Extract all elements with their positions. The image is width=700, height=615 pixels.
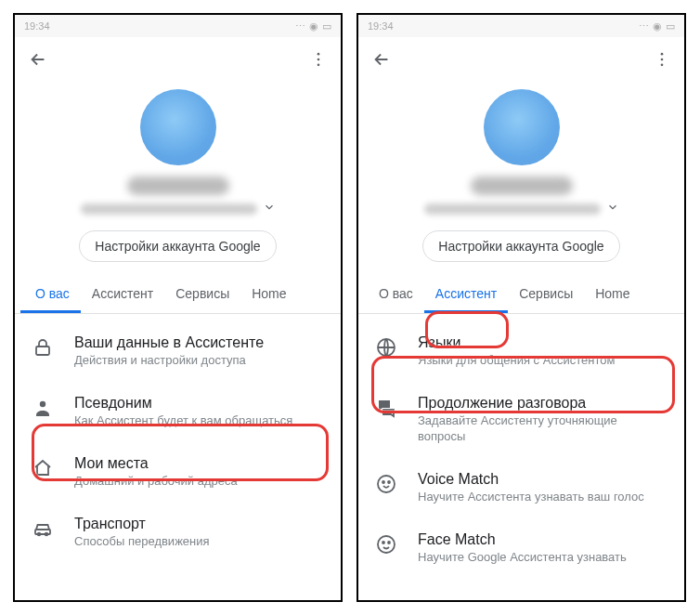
app-bar xyxy=(358,37,684,82)
tab-services[interactable]: Сервисы xyxy=(508,275,584,313)
item-transport[interactable]: Транспорт Способы передвижения xyxy=(15,503,341,563)
item-subtitle: Научите Ассистента узнавать ваш голос xyxy=(418,490,644,505)
item-title: Языки xyxy=(418,334,615,351)
profile-email-row[interactable] xyxy=(424,201,619,217)
status-icons: ⋯ ◉ ▭ xyxy=(639,20,675,33)
svg-point-2 xyxy=(318,64,320,67)
item-title: Мои места xyxy=(74,455,238,472)
back-icon[interactable] xyxy=(371,49,392,70)
signal-icon: ⋯ xyxy=(639,20,649,33)
svg-point-15 xyxy=(378,536,395,553)
svg-point-17 xyxy=(388,542,390,543)
account-settings-button[interactable]: Настройки аккаунта Google xyxy=(79,230,276,262)
tab-about[interactable]: О вас xyxy=(364,275,424,313)
svg-point-4 xyxy=(40,401,45,407)
tab-home[interactable]: Home xyxy=(240,275,297,313)
svg-point-1 xyxy=(318,59,320,61)
home-icon xyxy=(32,457,54,479)
item-title: Псевдоним xyxy=(74,395,292,412)
item-subtitle: Способы передвижения xyxy=(74,534,210,550)
screen-right: 19:34 ⋯ ◉ ▭ Настройки аккаунта Google О … xyxy=(356,13,686,602)
svg-point-12 xyxy=(378,476,395,492)
tab-about[interactable]: О вас xyxy=(20,275,81,313)
item-subtitle: Домашний и рабочий адреса xyxy=(74,474,238,490)
svg-point-10 xyxy=(661,64,664,67)
chevron-down-icon xyxy=(263,201,276,217)
more-icon[interactable] xyxy=(653,50,671,69)
globe-icon xyxy=(375,336,397,359)
profile-section: Настройки аккаунта Google xyxy=(358,82,684,275)
svg-point-8 xyxy=(661,53,664,56)
tab-services[interactable]: Сервисы xyxy=(164,275,240,313)
battery-icon: ▭ xyxy=(322,20,331,33)
tabs: О вас Ассистент Сервисы Home xyxy=(358,275,684,314)
item-voice-match[interactable]: Voice Match Научите Ассистента узнавать … xyxy=(358,458,684,518)
account-settings-button[interactable]: Настройки аккаунта Google xyxy=(422,230,619,262)
svg-point-13 xyxy=(382,481,384,483)
profile-name-blurred xyxy=(127,177,229,195)
item-title: Ваши данные в Ассистенте xyxy=(74,334,264,351)
tab-assistant[interactable]: Ассистент xyxy=(424,275,508,313)
car-icon xyxy=(32,517,54,540)
item-title: Транспорт xyxy=(74,516,210,532)
item-title: Продолжение разговора xyxy=(418,395,668,412)
more-icon[interactable] xyxy=(309,50,328,69)
item-languages[interactable]: Языки Языки для общения с Ассистентом xyxy=(358,321,684,382)
back-icon[interactable] xyxy=(28,49,48,70)
item-subtitle: Задавайте Ассистенту уточняющие вопросы xyxy=(418,413,668,445)
status-bar: 19:34 ⋯ ◉ ▭ xyxy=(358,15,684,37)
item-title: Face Match xyxy=(418,531,627,548)
item-subtitle: Языки для общения с Ассистентом xyxy=(418,353,615,369)
wifi-icon: ◉ xyxy=(309,20,318,33)
status-time: 19:34 xyxy=(368,20,394,32)
item-title: Voice Match xyxy=(418,471,644,488)
svg-point-16 xyxy=(382,542,384,543)
status-icons: ⋯ ◉ ▭ xyxy=(295,20,331,33)
profile-email-blurred xyxy=(81,203,257,215)
wifi-icon: ◉ xyxy=(653,20,662,33)
tab-home[interactable]: Home xyxy=(584,275,641,313)
svg-point-0 xyxy=(318,53,320,56)
profile-name-blurred xyxy=(471,177,573,195)
avatar[interactable] xyxy=(140,89,216,165)
item-continued-conversation[interactable]: Продолжение разговора Задавайте Ассистен… xyxy=(358,382,684,458)
item-your-data[interactable]: Ваши данные в Ассистенте Действия и наст… xyxy=(15,321,341,382)
face-icon xyxy=(375,533,397,556)
battery-icon: ▭ xyxy=(666,20,675,33)
item-subtitle: Действия и настройки доступа xyxy=(74,353,264,369)
avatar[interactable] xyxy=(484,89,560,165)
settings-list: Ваши данные в Ассистенте Действия и наст… xyxy=(15,314,341,563)
tab-assistant[interactable]: Ассистент xyxy=(81,275,164,313)
voice-icon xyxy=(375,473,397,495)
item-face-match[interactable]: Face Match Научите Google Ассистента узн… xyxy=(358,518,684,579)
svg-rect-3 xyxy=(36,347,49,355)
status-bar: 19:34 ⋯ ◉ ▭ xyxy=(15,15,341,37)
chat-icon xyxy=(375,397,397,419)
lock-icon xyxy=(32,336,54,359)
screen-left: 19:34 ⋯ ◉ ▭ Настройки аккаунта Google О … xyxy=(13,13,343,602)
item-subtitle: Научите Google Ассистента узнавать xyxy=(418,550,627,566)
item-subtitle: Как Ассистент будет к вам обращаться xyxy=(74,413,292,429)
svg-point-14 xyxy=(388,481,390,483)
svg-point-9 xyxy=(661,59,664,61)
profile-section: Настройки аккаунта Google xyxy=(15,82,341,275)
person-icon xyxy=(32,397,54,419)
profile-email-blurred xyxy=(424,203,601,215)
chevron-down-icon xyxy=(606,201,619,217)
status-time: 19:34 xyxy=(24,20,50,32)
settings-list: Языки Языки для общения с Ассистентом Пр… xyxy=(358,314,684,578)
item-nickname[interactable]: Псевдоним Как Ассистент будет к вам обра… xyxy=(15,382,341,442)
tabs: О вас Ассистент Сервисы Home xyxy=(15,275,341,314)
item-places[interactable]: Мои места Домашний и рабочий адреса xyxy=(15,442,341,503)
signal-icon: ⋯ xyxy=(295,20,305,33)
app-bar xyxy=(15,37,341,82)
profile-email-row[interactable] xyxy=(81,201,276,217)
